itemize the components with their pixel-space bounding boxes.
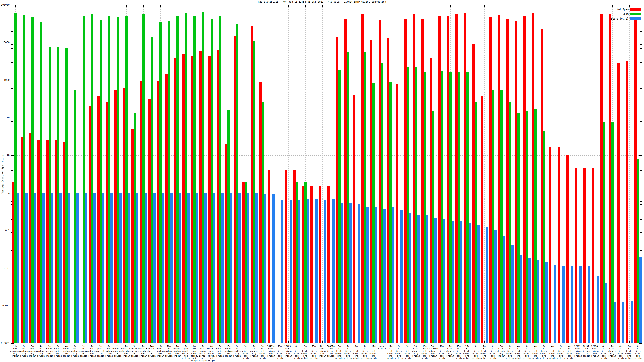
bar-spam-6 [57, 47, 59, 343]
bar-spam-24 [210, 19, 213, 343]
bar-group-65 [557, 5, 565, 343]
bar-group-37 [318, 5, 327, 343]
bar-not-spam-4 [38, 140, 40, 343]
bar-group-64 [548, 5, 557, 343]
bar-group-33 [284, 5, 292, 343]
bar-group-35 [301, 5, 310, 343]
legend-item-score: Score (0..1) [611, 17, 641, 20]
bar-spam-71 [611, 122, 614, 343]
bar-spam-48 [415, 66, 418, 343]
bar-not-spam-61 [524, 16, 526, 343]
bar-spam-23 [202, 12, 204, 343]
bar-not-spam-70 [600, 14, 602, 343]
bar-not-spam-16 [140, 81, 142, 343]
bar-score-0-1-1 [17, 193, 19, 343]
bar-not-spam-57 [490, 17, 492, 343]
bar-not-spam-27 [234, 36, 236, 343]
bar-score-0-1-63 [546, 263, 548, 343]
bar-spam-17 [151, 37, 153, 343]
bar-score-0-1-18 [162, 193, 164, 343]
bar-not-spam-30 [259, 82, 262, 343]
bar-group-49 [420, 5, 429, 343]
bar-score-0-1-62 [537, 260, 539, 343]
bar-score-0-1-32 [281, 200, 283, 343]
bar-group-41 [352, 5, 361, 343]
not-spam-swatch-icon [630, 8, 641, 11]
bar-not-spam-13 [114, 90, 117, 343]
y-tick-label: 1 [0, 192, 10, 194]
bar-group-59 [506, 5, 514, 343]
bar-spam-74 [637, 159, 639, 343]
bar-score-0-1-47 [409, 213, 411, 343]
bar-not-spam-65 [558, 147, 560, 343]
bar-not-spam-37 [319, 186, 321, 343]
bar-spam-51 [440, 71, 443, 343]
bar-group-58 [497, 5, 506, 343]
bar-group-55 [472, 5, 480, 343]
bar-score-0-1-66 [571, 267, 573, 343]
bar-score-0-1-20 [179, 193, 181, 343]
bar-spam-42 [364, 52, 366, 343]
bar-not-spam-3 [29, 133, 32, 343]
bar-score-0-1-24 [213, 193, 215, 343]
bar-group-60 [514, 5, 523, 343]
bar-score-0-1-57 [494, 231, 497, 343]
bar-not-spam-50 [430, 57, 432, 343]
bar-score-0-1-71 [614, 303, 616, 343]
bar-score-0-1-8 [76, 193, 79, 343]
spam-swatch-icon [630, 13, 641, 15]
score-swatch-icon [630, 17, 641, 20]
bar-not-spam-29 [250, 26, 253, 343]
bar-group-68 [582, 5, 591, 343]
bar-score-0-1-69 [596, 276, 599, 343]
bar-not-spam-60 [515, 21, 518, 343]
bar-score-0-1-14 [128, 193, 130, 343]
bar-spam-40 [347, 52, 349, 343]
bar-group-70 [600, 5, 608, 343]
bar-score-0-1-38 [332, 199, 335, 343]
bar-group-29 [250, 5, 258, 343]
bar-not-spam-22 [191, 56, 194, 343]
bar-score-0-1-16 [145, 193, 147, 343]
bar-spam-44 [381, 63, 384, 343]
y-tick-label: 100000 [0, 3, 10, 6]
bar-not-spam-28 [242, 182, 244, 343]
bar-spam-54 [466, 72, 469, 343]
bar-spam-5 [48, 47, 51, 343]
bar-not-spam-52 [447, 16, 449, 343]
bar-not-spam-7 [63, 142, 66, 343]
bar-group-3 [28, 5, 37, 343]
bar-spam-49 [424, 72, 426, 343]
bar-not-spam-46 [396, 84, 398, 343]
bar-group-74 [634, 5, 642, 343]
bar-score-0-1-34 [298, 200, 300, 343]
bar-score-0-1-50 [434, 218, 437, 343]
bar-group-34 [292, 5, 301, 343]
bar-group-5 [45, 5, 54, 343]
bar-spam-22 [194, 16, 196, 343]
bar-score-0-1-54 [469, 223, 471, 343]
bar-score-0-1-28 [247, 193, 249, 343]
bar-not-spam-34 [293, 170, 296, 343]
bar-spam-61 [526, 111, 528, 343]
bar-score-0-1-49 [426, 215, 428, 343]
bar-not-spam-39 [336, 37, 338, 343]
bar-score-0-1-31 [272, 194, 275, 343]
bar-spam-3 [32, 17, 34, 343]
bar-spam-25 [219, 16, 222, 343]
bar-not-spam-23 [200, 51, 202, 343]
bar-score-0-1-17 [153, 193, 156, 343]
bar-spam-2 [23, 15, 25, 343]
bar-group-28 [242, 5, 250, 343]
bar-group-19 [165, 5, 173, 343]
bar-score-0-1-68 [588, 267, 590, 343]
bar-score-0-1-55 [477, 225, 480, 343]
bar-group-20 [173, 5, 182, 343]
bar-not-spam-74 [634, 18, 637, 343]
bar-spam-11 [100, 19, 102, 343]
bar-spam-26 [228, 110, 230, 343]
bar-not-spam-6 [54, 140, 57, 343]
bar-group-2 [20, 5, 28, 343]
bar-score-0-1-37 [324, 200, 326, 343]
bar-score-0-1-52 [452, 221, 454, 343]
